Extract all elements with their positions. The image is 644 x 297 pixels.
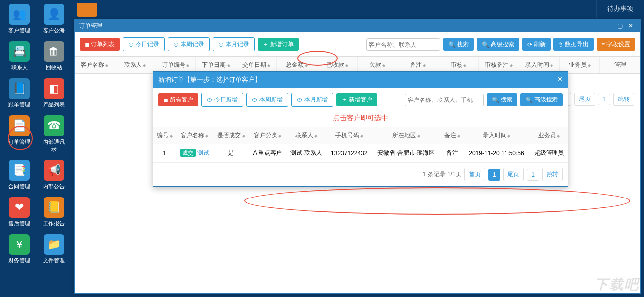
pager-page[interactable]: 1 xyxy=(527,169,539,181)
btn-month-log[interactable]: ⏲本月记录 xyxy=(213,37,255,51)
mh-no[interactable]: 编号 xyxy=(153,127,176,144)
btn-add-order[interactable]: ＋新增订单 xyxy=(258,38,299,51)
window-max-icon[interactable]: ▢ xyxy=(614,22,625,29)
mh-deal[interactable]: 是否成交 xyxy=(213,127,249,144)
cell-agent: 超级管理员 xyxy=(530,144,568,163)
mbtn-today[interactable]: ⏲今日新增 xyxy=(201,93,243,107)
pager-jump[interactable]: 跳转 xyxy=(542,168,563,181)
mh-cat[interactable]: 客户分类 xyxy=(249,127,286,144)
clock-icon: ⏲ xyxy=(252,97,258,103)
btn-export[interactable]: ⇪数据导出 xyxy=(553,38,594,51)
mh-time[interactable]: 录入时间 xyxy=(463,127,530,144)
cell-name: 成交 测试 xyxy=(176,144,213,163)
modal-close-icon[interactable]: ✕ xyxy=(557,75,563,84)
search-icon: 🔍 xyxy=(492,97,499,103)
mh-region[interactable]: 所在地区 xyxy=(372,127,441,144)
cell-time: 2019-11-20 11:50:56 xyxy=(463,144,530,163)
cell-no: 1 xyxy=(153,144,176,163)
mbtn-search[interactable]: 🔍搜索 xyxy=(487,93,517,106)
mbtn-week[interactable]: ⏲本周新增 xyxy=(246,93,288,107)
desktop-icon-customer-mgmt[interactable]: 👥客户管理 xyxy=(7,4,32,34)
mbtn-adv-search[interactable]: 🔍高级搜索 xyxy=(520,93,563,106)
clock-icon: ⏲ xyxy=(218,41,224,48)
window-toolbar: ≣订单列表 ⏲今日记录 ⏲本周记录 ⏲本月记录 ＋新增订单 🔍搜索 🔍高级搜索 … xyxy=(75,32,640,56)
mh-remark[interactable]: 备注 xyxy=(441,127,463,144)
export-icon: ⇪ xyxy=(558,41,563,48)
cell-contact: 测试-联系人 xyxy=(286,144,326,163)
watermark: 下载吧 xyxy=(595,275,639,294)
btn-field-settings[interactable]: ≡字段设置 xyxy=(597,38,635,51)
desktop-icon-finance[interactable]: ¥财务管理 xyxy=(7,234,32,264)
desktop-icon-aftersale[interactable]: ❤售后管理 xyxy=(7,197,32,227)
mbtn-all[interactable]: ≣所有客户 xyxy=(158,93,198,106)
mbtn-month[interactable]: ⏲本月新增 xyxy=(291,93,333,107)
btn-order-list[interactable]: ≣订单列表 xyxy=(80,38,120,51)
search-icon: 🔍 xyxy=(482,41,489,48)
gear-icon: ≡ xyxy=(601,41,605,48)
btn-today-log[interactable]: ⏲今日记录 xyxy=(123,37,165,51)
taskbar-app-icon[interactable] xyxy=(77,3,97,17)
desktop-icon-follow-mgmt[interactable]: 📘跟单管理 xyxy=(7,78,32,108)
new-order-modal: 新增订单【第一步：选择订单客户】 ✕ ≣所有客户 ⏲今日新增 ⏲本周新增 ⏲本月… xyxy=(153,71,568,187)
modal-table: 编号 客户名称 是否成交 客户分类 联系人 手机号码 所在地区 备注 录入时间 … xyxy=(153,127,568,163)
pager-cur[interactable]: 1 xyxy=(488,169,501,181)
modal-pager: 1 条记录 1/1页 首页 1 尾页 1 跳转 xyxy=(153,163,568,186)
deal-tag: 成交 xyxy=(180,149,196,157)
plus-icon: ＋ xyxy=(263,40,269,49)
refresh-icon: ⟳ xyxy=(527,41,532,48)
taskbar: 待办事项 xyxy=(596,0,644,18)
window-titlebar: 订单管理 — ▢ ✕ xyxy=(75,19,640,32)
table-row[interactable]: 1 成交 测试 是 A 重点客户 测试-联系人 13237122432 安徽省-… xyxy=(153,144,568,163)
desktop-icon-files[interactable]: 📁文件管理 xyxy=(42,234,66,264)
modal-search-input[interactable] xyxy=(405,94,484,106)
desktop-icon-product-list[interactable]: ◧产品列表 xyxy=(42,78,66,108)
taskbar-todo[interactable]: 待办事项 xyxy=(596,0,644,18)
modal-hint: 点击客户即可选中 xyxy=(153,112,568,127)
desktop-icon-customer-pool[interactable]: 👤客户公海 xyxy=(42,4,66,34)
mbtn-add-customer[interactable]: ＋新增客户 xyxy=(336,93,377,106)
desktop-icon-report[interactable]: 📒工作报告 xyxy=(42,197,66,227)
cell-phone: 13237122432 xyxy=(326,144,372,163)
mh-phone[interactable]: 手机号码 xyxy=(326,127,372,144)
desktop-icon-contract-mgmt[interactable]: 📑合同管理 xyxy=(7,160,32,190)
outer-pager-last[interactable]: 尾页 xyxy=(574,93,595,106)
pager-last[interactable]: 尾页 xyxy=(503,168,524,181)
desktop-icon-order-mgmt[interactable]: 📄订单管理 xyxy=(7,115,32,153)
clock-icon: ⏲ xyxy=(207,97,213,103)
btn-search[interactable]: 🔍搜索 xyxy=(443,38,474,51)
cell-cat: A 重点客户 xyxy=(249,144,286,163)
desktop-icon-trash[interactable]: 🗑回收站 xyxy=(42,41,66,71)
btn-week-log[interactable]: ⏲本周记录 xyxy=(168,37,210,51)
mh-name[interactable]: 客户名称 xyxy=(176,127,213,144)
desktop-icon-announce[interactable]: 📢内部公告 xyxy=(42,160,66,190)
modal-toolbar: ≣所有客户 ⏲今日新增 ⏲本周新增 ⏲本月新增 ＋新增客户 🔍搜索 🔍高级搜索 xyxy=(153,88,568,112)
btn-adv-search[interactable]: 🔍高级搜索 xyxy=(477,38,519,51)
cell-remark: 备注 xyxy=(441,144,463,163)
list-icon: ≣ xyxy=(163,97,168,103)
gh-customer[interactable]: 客户名称 xyxy=(75,57,115,73)
window-title: 订单管理 xyxy=(79,22,603,30)
gh-contact[interactable]: 联系人 xyxy=(115,57,156,73)
pager-first[interactable]: 首页 xyxy=(464,168,485,181)
outer-pager-jump[interactable]: 跳转 xyxy=(613,93,634,106)
search-icon: 🔍 xyxy=(448,41,456,48)
plus-icon: ＋ xyxy=(341,96,347,104)
list-icon: ≣ xyxy=(85,41,90,48)
modal-titlebar: 新增订单【第一步：选择订单客户】 ✕ xyxy=(153,72,568,88)
clock-icon: ⏲ xyxy=(297,97,303,103)
window-min-icon[interactable]: — xyxy=(603,22,614,29)
search-input[interactable] xyxy=(366,38,440,51)
order-window: 订单管理 — ▢ ✕ ≣订单列表 ⏲今日记录 ⏲本周记录 ⏲本月记录 ＋新增订单… xyxy=(74,19,641,294)
outer-pager-page[interactable]: 1 xyxy=(598,94,610,105)
desktop-icon-addressbook[interactable]: ☎内部通讯录 xyxy=(42,115,66,153)
window-close-icon[interactable]: ✕ xyxy=(625,22,636,29)
desktop-icon-contacts[interactable]: 📇联系人 xyxy=(7,41,32,71)
cell-region: 安徽省-合肥市-瑶海区 xyxy=(372,144,441,163)
customer-link[interactable]: 测试 xyxy=(197,149,209,156)
clock-icon: ⏲ xyxy=(173,41,179,48)
mh-agent[interactable]: 业务员 xyxy=(530,127,568,144)
cell-deal: 是 xyxy=(213,144,249,163)
clock-icon: ⏲ xyxy=(128,41,134,48)
mh-contact[interactable]: 联系人 xyxy=(286,127,326,144)
btn-refresh[interactable]: ⟳刷新 xyxy=(522,38,551,51)
